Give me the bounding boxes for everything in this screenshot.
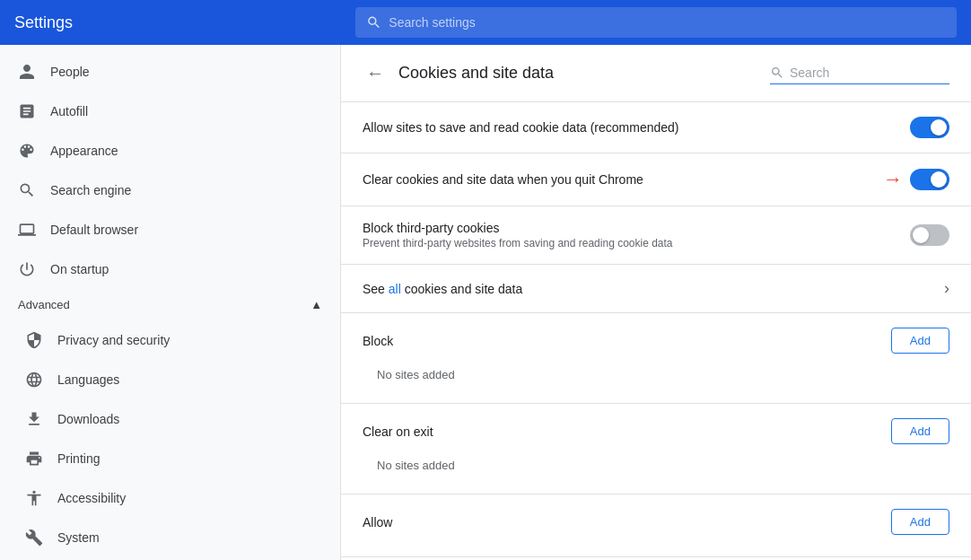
sidebar-item-on-startup-label: On startup — [50, 262, 109, 276]
search-icon — [366, 14, 381, 31]
person-icon — [18, 63, 36, 81]
printer-icon — [25, 450, 43, 468]
global-search-input[interactable] — [389, 15, 946, 30]
advanced-section-label: Advanced — [18, 298, 70, 311]
red-arrow-indicator: → — [883, 168, 903, 191]
sidebar-item-people-label: People — [50, 65, 90, 79]
block-third-party-toggle-slider — [910, 224, 949, 246]
content-header: ← Cookies and site data — [341, 45, 971, 102]
sidebar-item-autofill[interactable]: Autofill — [0, 92, 340, 131]
allow-label: Allow — [363, 515, 392, 529]
clear-on-quit-label: Clear cookies and site data when you qui… — [363, 172, 883, 187]
block-no-sites: No sites added — [363, 361, 949, 389]
sidebar-item-accessibility[interactable]: Accessibility — [7, 478, 340, 518]
monitor-icon — [18, 221, 36, 239]
block-third-party-toggle[interactable] — [910, 224, 949, 246]
clear-on-exit-section: Clear on exit Add No sites added — [341, 404, 971, 494]
clear-on-quit-row: Clear cookies and site data when you qui… — [341, 153, 971, 206]
sidebar-item-on-startup[interactable]: On startup — [0, 249, 340, 289]
content-area: ← Cookies and site data Allow sites to s… — [341, 45, 971, 560]
clear-on-exit-add-button[interactable]: Add — [891, 418, 949, 444]
sidebar-item-privacy-security-label: Privacy and security — [57, 333, 170, 347]
block-label: Block — [363, 334, 393, 348]
clear-on-quit-toggle-slider — [910, 169, 949, 190]
search-engine-icon — [18, 181, 36, 199]
sidebar: People Autofill Appearance Search engine — [0, 45, 341, 560]
sidebar-item-autofill-label: Autofill — [50, 104, 88, 118]
sidebar-item-search-engine-label: Search engine — [50, 183, 131, 197]
top-header: Settings — [0, 0, 971, 45]
clear-on-exit-section-header: Clear on exit Add — [363, 418, 949, 444]
sidebar-item-languages-label: Languages — [57, 372, 119, 387]
autofill-icon — [18, 102, 36, 120]
sidebar-item-accessibility-label: Accessibility — [57, 491, 126, 505]
sidebar-item-appearance[interactable]: Appearance — [0, 131, 340, 171]
block-third-party-sublabel: Prevent third-party websites from saving… — [363, 237, 673, 249]
content-search-bar[interactable] — [770, 62, 949, 84]
block-add-button[interactable]: Add — [891, 328, 949, 354]
sidebar-item-printing[interactable]: Printing — [7, 439, 340, 478]
see-all-link-text: all — [389, 282, 401, 296]
shield-icon — [25, 331, 43, 349]
sidebar-item-system[interactable]: System — [7, 518, 340, 557]
sidebar-item-downloads-label: Downloads — [57, 412, 119, 426]
sidebar-item-printing-label: Printing — [57, 451, 100, 466]
allow-cookies-toggle-slider — [910, 117, 949, 138]
back-button[interactable]: ← — [363, 59, 388, 87]
allow-add-button[interactable]: Add — [891, 509, 949, 535]
block-third-party-label: Block third-party cookies — [363, 221, 673, 235]
allow-cookies-label: Allow sites to save and read cookie data… — [363, 120, 910, 135]
sidebar-item-privacy-security[interactable]: Privacy and security — [7, 320, 340, 360]
block-third-party-label-group: Block third-party cookies Prevent third-… — [363, 221, 673, 249]
sidebar-item-default-browser-label: Default browser — [50, 223, 138, 237]
content-search-input[interactable] — [790, 66, 915, 80]
allow-cookies-toggle[interactable] — [910, 117, 949, 138]
sidebar-item-default-browser[interactable]: Default browser — [0, 210, 340, 249]
block-section-header: Block Add — [363, 328, 949, 354]
sidebar-item-languages[interactable]: Languages — [7, 360, 340, 399]
download-icon — [25, 410, 43, 428]
accessibility-icon — [25, 489, 43, 507]
advanced-chevron-up-icon: ▲ — [311, 298, 322, 311]
allow-cookies-row: Allow sites to save and read cookie data… — [341, 102, 971, 153]
see-all-cookies-row[interactable]: See all cookies and site data › — [341, 265, 971, 313]
global-search-bar[interactable] — [355, 7, 957, 38]
advanced-section-header[interactable]: Advanced ▲ — [0, 289, 340, 320]
clear-on-exit-label: Clear on exit — [363, 424, 433, 439]
advanced-section-items: Privacy and security Languages Downloads — [0, 320, 340, 560]
block-third-party-row: Block third-party cookies Prevent third-… — [341, 206, 971, 265]
app-title: Settings — [14, 13, 355, 32]
clear-on-quit-toggle-wrapper: → — [883, 168, 949, 191]
sidebar-item-people[interactable]: People — [0, 52, 340, 92]
globe-icon — [25, 371, 43, 389]
sidebar-item-search-engine[interactable]: Search engine — [0, 171, 340, 210]
allow-section: Allow Add — [341, 494, 971, 557]
sidebar-item-downloads[interactable]: Downloads — [7, 399, 340, 439]
main-layout: People Autofill Appearance Search engine — [0, 45, 971, 560]
wrench-icon — [25, 529, 43, 547]
block-section: Block Add No sites added — [341, 313, 971, 404]
clear-on-exit-no-sites: No sites added — [363, 451, 949, 479]
see-all-cookies-label: See all cookies and site data — [363, 282, 522, 296]
chevron-right-icon: › — [944, 279, 949, 298]
clear-on-quit-toggle[interactable] — [910, 169, 949, 190]
sidebar-item-system-label: System — [57, 530, 100, 545]
sidebar-item-appearance-label: Appearance — [50, 144, 118, 158]
content-search-icon — [770, 66, 784, 80]
allow-section-header: Allow Add — [363, 509, 949, 535]
power-icon — [18, 260, 36, 278]
content-title: Cookies and site data — [398, 64, 759, 83]
palette-icon — [18, 142, 36, 160]
